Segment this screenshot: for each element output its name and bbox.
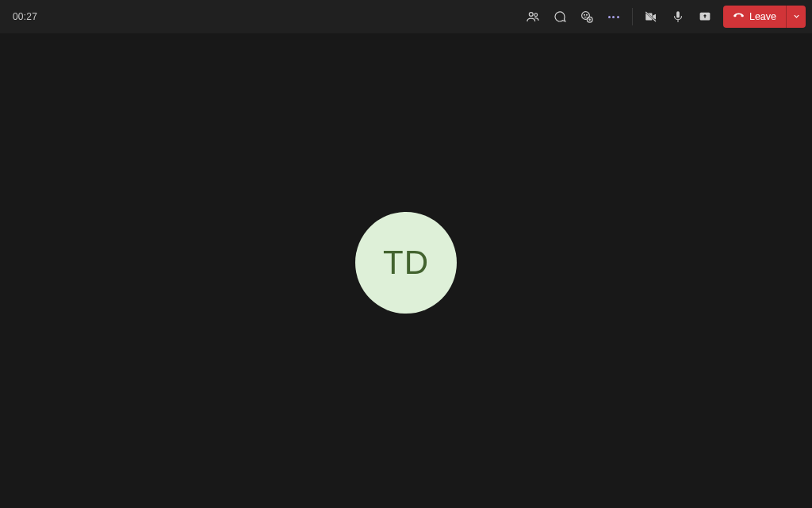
svg-point-1 xyxy=(534,13,538,17)
svg-rect-8 xyxy=(676,11,680,17)
share-screen-icon xyxy=(698,10,712,24)
people-button[interactable] xyxy=(520,4,546,29)
chat-icon xyxy=(553,10,567,24)
microphone-icon xyxy=(671,10,685,24)
meeting-stage: TD xyxy=(0,33,812,508)
leave-button-label: Leave xyxy=(749,11,776,22)
toolbar-separator xyxy=(632,8,633,25)
camera-toggle-button[interactable] xyxy=(638,4,664,29)
participant-avatar: TD xyxy=(355,212,457,314)
reactions-icon xyxy=(580,10,594,24)
meeting-top-bar: 00:27 xyxy=(0,0,812,33)
more-actions-button[interactable] xyxy=(601,4,626,29)
hangup-icon xyxy=(733,10,745,24)
call-timer: 00:27 xyxy=(13,11,37,22)
more-actions-icon xyxy=(608,16,619,18)
svg-point-2 xyxy=(582,12,590,20)
camera-off-icon xyxy=(644,10,658,24)
chat-button[interactable] xyxy=(547,4,573,29)
leave-options-button[interactable] xyxy=(786,6,806,28)
svg-point-4 xyxy=(586,14,587,15)
reactions-button[interactable] xyxy=(574,4,599,29)
share-screen-button[interactable] xyxy=(692,4,718,29)
avatar-initials: TD xyxy=(383,244,429,282)
svg-point-3 xyxy=(584,14,584,15)
microphone-toggle-button[interactable] xyxy=(665,4,691,29)
svg-point-0 xyxy=(529,13,533,17)
people-icon xyxy=(526,10,540,24)
leave-button[interactable]: Leave xyxy=(723,6,786,28)
leave-button-group: Leave xyxy=(723,6,806,28)
chevron-down-icon xyxy=(792,10,801,24)
